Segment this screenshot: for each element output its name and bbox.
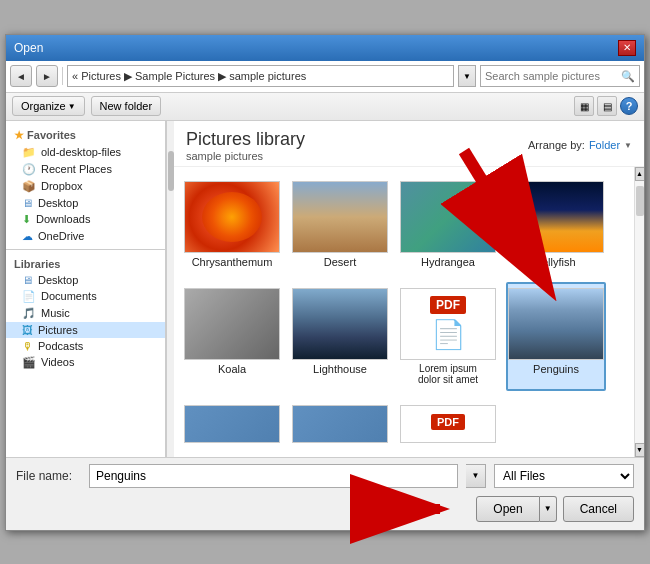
koala-image: [184, 288, 280, 360]
koala-label: Koala: [218, 363, 246, 375]
dropbox-icon: 📦: [22, 180, 36, 193]
sidebar-scrollbar[interactable]: [166, 121, 174, 457]
back-button[interactable]: ◄: [10, 65, 32, 87]
thumbnail-penguins[interactable]: Penguins: [506, 282, 606, 391]
footer-buttons: Open ▼ Cancel: [16, 494, 634, 524]
arrange-by-value[interactable]: Folder: [589, 139, 620, 151]
filetype-dropdown[interactable]: All Files: [494, 464, 634, 488]
sidebar-item-desktop[interactable]: 🖥 Desktop: [6, 195, 165, 211]
path-text: « Pictures ▶ Sample Pictures ▶ sample pi…: [72, 70, 306, 83]
address-bar: ◄ ► « Pictures ▶ Sample Pictures ▶ sampl…: [6, 61, 644, 93]
sidebar-item-label: Videos: [41, 356, 74, 368]
thumbnail-hydrangea[interactable]: Hydrangea: [398, 175, 498, 274]
thumbnail-jellyfish[interactable]: Jellyfish: [506, 175, 606, 274]
penguins-image: [508, 288, 604, 360]
chrysanthemum-label: Chrysanthemum: [192, 256, 273, 268]
sidebar-item-downloads[interactable]: ⬇ Downloads: [6, 211, 165, 228]
window-controls: ✕: [618, 40, 636, 56]
thumbnail-koala[interactable]: Koala: [182, 282, 282, 391]
search-input[interactable]: [485, 70, 618, 82]
arrange-by: Arrange by: Folder ▼: [528, 139, 632, 151]
lorempdf-image: PDF 📄: [400, 288, 496, 360]
thumbnail-lorempdf[interactable]: PDF 📄 Lorem ipsumdolor sit amet: [398, 282, 498, 391]
help-button[interactable]: ?: [620, 97, 638, 115]
content-area: Pictures library sample pictures Arrange…: [174, 121, 644, 457]
row3c-image: PDF: [400, 405, 496, 443]
lorempdf-label: Lorem ipsumdolor sit amet: [418, 363, 478, 385]
open-dialog: Open ✕ ◄ ► « Pictures ▶ Sample Pictures …: [5, 34, 645, 531]
sidebar-item-videos[interactable]: 🎬 Videos: [6, 354, 165, 371]
thumbnail-row3c[interactable]: PDF: [398, 399, 498, 449]
organize-label: Organize: [21, 100, 66, 112]
libraries-section: Libraries 🖥 Desktop 📄 Documents 🎵 Music …: [6, 254, 165, 371]
sidebar-item-podcasts[interactable]: 🎙 Podcasts: [6, 338, 165, 354]
main-content: ★ Favorites 📁 old-desktop-files 🕐 Recent…: [6, 121, 644, 457]
address-path[interactable]: « Pictures ▶ Sample Pictures ▶ sample pi…: [67, 65, 454, 87]
thumbnail-chrysanthemum[interactable]: Chrysanthemum: [182, 175, 282, 274]
help-label: ?: [626, 100, 633, 112]
content-wrapper: Pictures library sample pictures Arrange…: [174, 121, 644, 457]
sidebar-item-label: Music: [41, 307, 70, 319]
organize-button[interactable]: Organize ▼: [12, 96, 85, 116]
row3b-image: [292, 405, 388, 443]
list-icon: ▤: [603, 101, 612, 112]
music-icon: 🎵: [22, 307, 36, 320]
sidebar-item-lib-desktop[interactable]: 🖥 Desktop: [6, 272, 165, 288]
thumbnail-lighthouse[interactable]: Lighthouse: [290, 282, 390, 391]
arrange-by-label: Arrange by:: [528, 139, 585, 151]
chrysanthemum-image: [184, 181, 280, 253]
path-dropdown-icon: ▼: [463, 72, 471, 81]
sidebar-item-label: Recent Places: [41, 163, 112, 175]
toolbar: Organize ▼ New folder ▦ ▤ ?: [6, 93, 644, 121]
sidebar-item-label: Dropbox: [41, 180, 83, 192]
pdf-icon-1: 📄: [431, 318, 466, 351]
thumbnail-row3a[interactable]: [182, 399, 282, 449]
view-icon-button[interactable]: ▦: [574, 96, 594, 116]
toolbar-right: ▦ ▤ ?: [574, 96, 638, 116]
search-icon: 🔍: [621, 70, 635, 83]
penguins-label: Penguins: [533, 363, 579, 375]
sidebar-item-recent[interactable]: 🕐 Recent Places: [6, 161, 165, 178]
library-subtitle: sample pictures: [186, 150, 305, 162]
sidebar-item-pictures[interactable]: 🖼 Pictures: [6, 322, 165, 338]
scroll-up-button[interactable]: ▲: [635, 167, 645, 181]
search-box: 🔍: [480, 65, 640, 87]
hydrangea-image: [400, 181, 496, 253]
scroll-down-button[interactable]: ▼: [635, 443, 645, 457]
sidebar-item-label: Pictures: [38, 324, 78, 336]
sidebar-item-label: Desktop: [38, 274, 78, 286]
sidebar-item-music[interactable]: 🎵 Music: [6, 305, 165, 322]
sidebar-item-dropbox[interactable]: 📦 Dropbox: [6, 178, 165, 195]
sidebar-item-label: old-desktop-files: [41, 146, 121, 158]
open-dropdown-button[interactable]: ▼: [540, 496, 557, 522]
jellyfish-image: [508, 181, 604, 253]
thumbnail-row3b[interactable]: [290, 399, 390, 449]
filename-dropdown-button[interactable]: ▼: [466, 464, 486, 488]
open-button[interactable]: Open: [476, 496, 539, 522]
pictures-icon: 🖼: [22, 324, 33, 336]
thumbnails-area: Chrysanthemum Desert Hydrangea: [174, 167, 634, 457]
scroll-track[interactable]: [635, 181, 645, 443]
filename-input[interactable]: [89, 464, 458, 488]
thumbnail-desert[interactable]: Desert: [290, 175, 390, 274]
sidebar-item-old-desktop[interactable]: 📁 old-desktop-files: [6, 144, 165, 161]
open-button-group: Open ▼: [476, 496, 556, 522]
forward-button[interactable]: ►: [36, 65, 58, 87]
sidebar-item-onedrive[interactable]: ☁ OneDrive: [6, 228, 165, 245]
favorites-section: ★ Favorites 📁 old-desktop-files 🕐 Recent…: [6, 125, 165, 245]
sidebar-item-documents[interactable]: 📄 Documents: [6, 288, 165, 305]
list-view-button[interactable]: ▤: [597, 96, 617, 116]
cancel-button[interactable]: Cancel: [563, 496, 634, 522]
favorites-star-icon: ★: [14, 129, 24, 141]
favorites-header: ★ Favorites: [6, 125, 165, 144]
path-dropdown-button[interactable]: ▼: [458, 65, 476, 87]
sidebar-item-label: Podcasts: [38, 340, 83, 352]
arrange-by-icon: ▼: [624, 141, 632, 150]
content-scrollbar[interactable]: ▲ ▼: [634, 167, 644, 457]
view-icon: ▦: [580, 101, 589, 112]
scroll-thumb[interactable]: [636, 186, 644, 216]
hydrangea-label: Hydrangea: [421, 256, 475, 268]
organize-dropdown-icon: ▼: [68, 102, 76, 111]
new-folder-button[interactable]: New folder: [91, 96, 162, 116]
close-button[interactable]: ✕: [618, 40, 636, 56]
